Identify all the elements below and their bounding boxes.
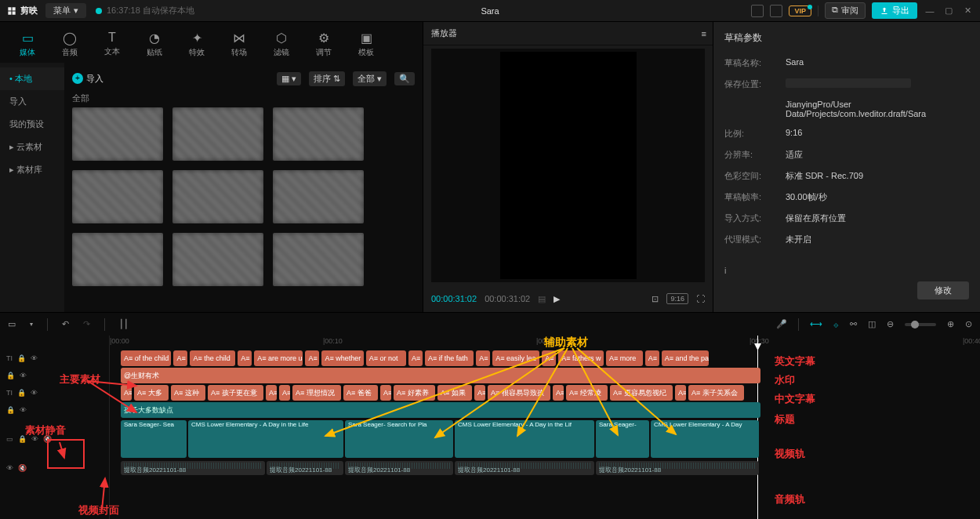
track-head-icon[interactable]: 👁 [31, 354, 38, 362]
audio-clip[interactable]: 提取音频20221101-88 [596, 461, 759, 475]
fullscreen-icon[interactable]: ⛶ [696, 294, 705, 303]
track-head[interactable]: ▭🔒👁🔇 [0, 419, 109, 459]
select-tool-icon[interactable]: ▭ [8, 319, 16, 329]
tool-tab-media[interactable]: ▭媒体 [6, 25, 49, 63]
media-thumbnail[interactable] [273, 107, 364, 161]
timeline-list-icon[interactable]: ▤ [538, 294, 546, 304]
info-icon[interactable]: i [724, 266, 726, 275]
subtitle-clip[interactable]: A≡ more [606, 350, 643, 366]
sidenav-item[interactable]: 本地 [0, 67, 64, 90]
mic-icon[interactable]: 🎤 [776, 319, 787, 329]
subtitle-clip[interactable]: A≡ 很容易导致孩 [488, 385, 550, 401]
media-thumbnail[interactable] [273, 233, 364, 286]
timeline-track[interactable]: 孩子大多数缺点 [110, 401, 980, 419]
track-head-icon[interactable]: 🔒 [17, 389, 26, 397]
tool-tab-filter[interactable]: ⬡滤镜 [260, 25, 303, 63]
view-mode-toggle[interactable]: ▦ ▾ [277, 72, 301, 85]
subtitle-clip[interactable]: A≡ are more us [254, 350, 303, 366]
subtitle-clip[interactable]: A≡ [238, 350, 252, 366]
subtitle-clip[interactable]: A≡ [121, 385, 132, 401]
track-head[interactable]: 👁🔇 [0, 459, 109, 477]
preview-cut-icon[interactable]: ◫ [868, 319, 876, 329]
title-clip[interactable]: 孩子大多数缺点 [121, 402, 760, 418]
subtitle-clip[interactable]: A≡ easily lea [492, 350, 539, 366]
media-thumbnail[interactable] [172, 107, 263, 161]
aspect-ratio[interactable]: 9:16 [666, 293, 688, 304]
subtitle-clip[interactable]: A≡ [675, 385, 686, 401]
select-chevron-icon[interactable]: ▾ [30, 321, 33, 328]
sidenav-item[interactable]: 云素材 [0, 136, 64, 158]
subtitle-clip[interactable]: A≡ [173, 350, 187, 366]
review-button[interactable]: ⧉审阅 [825, 2, 866, 19]
sidenav-item[interactable]: 素材库 [0, 158, 64, 181]
track-head-icon[interactable]: 🔒 [18, 435, 27, 443]
player-menu-icon[interactable]: ≡ [702, 29, 705, 38]
subtitle-clip[interactable]: A≡ fathers w [558, 350, 604, 366]
subtitle-clip[interactable]: A≡ 好素养 [394, 385, 435, 401]
subtitle-clip[interactable]: A≡ 亲子关系会 [688, 385, 744, 401]
track-head[interactable]: TI🔒👁 [0, 384, 109, 401]
filter-all-button[interactable]: 全部 ▾ [353, 71, 387, 86]
subtitle-clip[interactable]: A≡ 大多 [134, 385, 169, 401]
project-title[interactable]: Sara [481, 6, 499, 16]
vip-badge[interactable]: VIP [789, 5, 811, 16]
timeline-track[interactable]: A≡ A≡ 大多A≡ 这种A≡ 孩子更在意A≡ A≡ A≡ 理想情况A≡ 爸爸A… [110, 384, 980, 401]
maximize-button[interactable]: ▢ [942, 5, 955, 16]
subtitle-clip[interactable]: A≡ [408, 350, 423, 366]
display-icon[interactable] [770, 5, 782, 17]
play-button[interactable]: ▶ [554, 294, 560, 304]
subtitle-clip[interactable]: A≡ 这种 [171, 385, 205, 401]
subtitle-clip[interactable]: A≡ 如果 [437, 385, 472, 401]
player-viewport[interactable] [431, 49, 705, 282]
subtitle-clip[interactable]: A≡ 爸爸 [343, 385, 378, 401]
import-button[interactable]: +导入 [72, 73, 103, 85]
thumbnail-icon[interactable]: ⊡ [652, 294, 659, 304]
media-thumbnail[interactable] [172, 170, 263, 223]
subtitle-clip[interactable]: A≡ and the pa [662, 350, 709, 366]
track-head-icon[interactable]: 👁 [6, 464, 13, 472]
zoom-in-icon[interactable]: ⊕ [947, 319, 954, 329]
sidenav-item[interactable]: 我的预设 [0, 113, 64, 136]
timeline-track[interactable]: Sara Seager- SeaCMS Lower Elementary - A… [110, 419, 980, 459]
media-thumbnail[interactable] [273, 170, 364, 223]
tool-tab-adjust[interactable]: ⚙调节 [303, 25, 345, 63]
magnet-icon[interactable]: ⟷ [810, 319, 822, 329]
zoom-fit-icon[interactable]: ⊙ [965, 319, 972, 329]
track-head-icon[interactable]: ▭ [6, 435, 13, 443]
subtitle-clip[interactable]: A≡ if the fath [425, 350, 474, 366]
tool-tab-text[interactable]: T文本 [91, 25, 133, 63]
track-head-icon[interactable]: 👁 [20, 372, 27, 379]
track-head-icon[interactable]: 🔇 [43, 435, 52, 443]
track-head[interactable]: TI🔒👁 [0, 350, 109, 367]
subtitle-clip[interactable]: A≡ 经常凌 [566, 385, 608, 401]
close-button[interactable]: ✕ [961, 5, 974, 16]
subtitle-clip[interactable]: A≡ 更容易忽视纪 [610, 385, 673, 401]
video-clip[interactable]: Sara Seager- Sea [121, 420, 187, 458]
track-head-icon[interactable]: 👁 [20, 406, 27, 414]
track-head-icon[interactable]: 🔒 [6, 372, 15, 379]
subtitle-clip[interactable]: A≡ [542, 350, 556, 366]
subtitle-clip[interactable]: A≡ of the child [121, 350, 171, 366]
track-head-icon[interactable]: 🔇 [18, 464, 27, 472]
subtitle-clip[interactable]: A≡ 理想情况 [292, 385, 341, 401]
video-clip[interactable]: Sara Seager- [596, 420, 649, 458]
tool-tab-audio[interactable]: ◯音频 [49, 25, 91, 63]
video-clip[interactable]: CMS Lower Elementary - A Day in the Lif [455, 420, 594, 458]
subtitle-clip[interactable]: A≡ [476, 350, 490, 366]
timeline-track[interactable]: @生财有术 [110, 367, 980, 384]
timeline-track[interactable]: 提取音频20221101-88提取音频20221101-88提取音频202211… [110, 459, 980, 477]
media-thumbnail[interactable] [72, 107, 163, 161]
link-icon[interactable]: ⚯ [850, 319, 857, 329]
tool-tab-effect[interactable]: ✦特效 [176, 25, 218, 63]
sidenav-item[interactable]: 导入 [0, 90, 64, 113]
zoom-slider[interactable] [905, 323, 936, 326]
subtitle-clip[interactable]: A≡ [305, 350, 319, 366]
sort-button[interactable]: 排序 ⇅ [309, 71, 345, 86]
video-clip[interactable]: CMS Lower Elementary - A Day [651, 420, 759, 458]
subtitle-clip[interactable]: A≡ 孩子更在意 [208, 385, 263, 401]
video-clip[interactable]: Sara Seager- Search for Pla [345, 420, 453, 458]
subtitle-clip[interactable]: A≡ [474, 385, 485, 401]
audio-clip[interactable]: 提取音频20221101-88 [455, 461, 594, 475]
track-head-icon[interactable]: 🔒 [6, 406, 15, 414]
search-button[interactable]: 🔍 [394, 72, 415, 85]
